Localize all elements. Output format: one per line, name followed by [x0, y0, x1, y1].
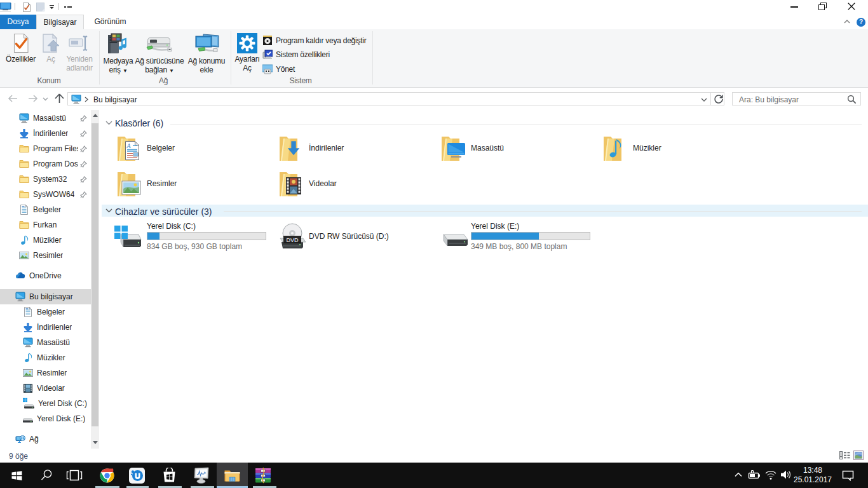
svg-text:DVD: DVD [286, 237, 299, 243]
svg-text:A: A [126, 142, 132, 149]
